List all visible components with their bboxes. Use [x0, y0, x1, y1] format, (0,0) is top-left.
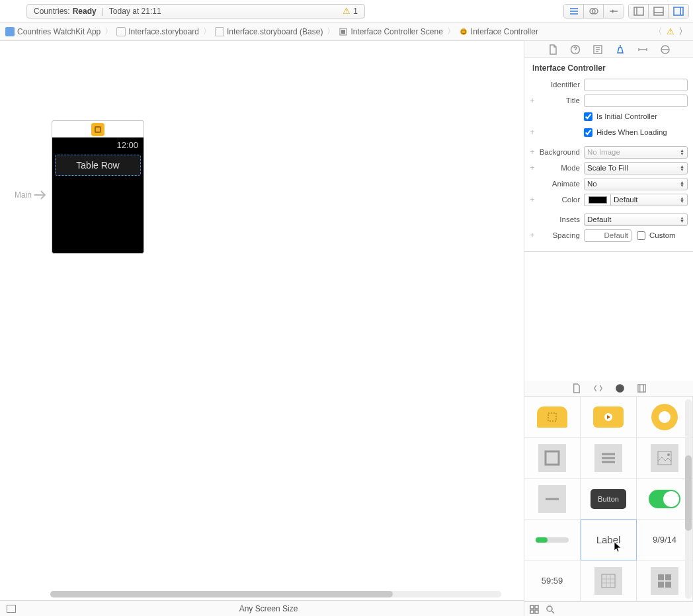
warning-icon[interactable]: ⚠ — [667, 26, 674, 36]
file-templates-tab[interactable] — [571, 383, 581, 393]
right-panel: Interface Controller Identifier + Title … — [524, 41, 693, 616]
title-input[interactable] — [584, 95, 688, 107]
library-item-separator[interactable] — [524, 479, 581, 520]
breadcrumb-item[interactable]: Interface Controller Scene — [336, 27, 445, 36]
connections-inspector-tab[interactable] — [660, 44, 671, 55]
svg-point-28 — [547, 606, 552, 611]
nav-back-button[interactable]: 〈 — [653, 26, 663, 38]
is-initial-checkbox[interactable] — [584, 112, 592, 121]
controller-dock-icon — [91, 123, 104, 136]
library-item-slider[interactable] — [524, 520, 581, 560]
library-item-map[interactable] — [581, 560, 637, 601]
svg-rect-16 — [546, 451, 559, 465]
mode-select[interactable]: Scale To Fill▲▼ — [584, 162, 688, 174]
is-initial-label: Is Initial Controller — [596, 112, 657, 120]
svg-rect-6 — [341, 30, 345, 34]
add-attr-button[interactable]: + — [528, 96, 536, 105]
assistant-editor-button[interactable] — [584, 5, 604, 18]
editor-mode-group — [563, 4, 624, 19]
svg-point-18 — [667, 453, 670, 456]
list-view-button[interactable] — [546, 605, 555, 614]
svg-rect-25 — [535, 605, 538, 609]
breadcrumb-bar: Countries WatchKit App 〉 Interface.story… — [0, 22, 693, 41]
inspector-header: Interface Controller — [530, 62, 688, 77]
library-item-group[interactable] — [524, 397, 581, 438]
library-v-scrollbar[interactable] — [685, 399, 692, 599]
attributes-inspector-tab[interactable] — [615, 44, 626, 55]
entry-point-arrow[interactable]: Main — [15, 185, 52, 205]
add-attr-button[interactable]: + — [528, 128, 536, 137]
breadcrumb-item[interactable]: Interface.storyboard (Base) — [212, 27, 325, 36]
top-toolbar: Countries: Ready | Today at 21:11 ⚠ 1 — [0, 0, 693, 22]
breadcrumb-item[interactable]: Interface Controller — [456, 27, 541, 36]
library-item-picker[interactable] — [581, 438, 637, 479]
color-label: Color — [530, 196, 584, 204]
standard-editor-button[interactable] — [564, 5, 584, 18]
add-attr-button[interactable]: + — [528, 147, 536, 157]
svg-rect-4 — [674, 7, 683, 15]
toggle-right-panel-button[interactable] — [669, 5, 688, 18]
status-state: Ready — [73, 7, 97, 16]
canvas-area[interactable]: Main 12:00 Table Row Any Screen Size — [0, 41, 524, 616]
hides-checkbox[interactable] — [584, 128, 592, 137]
watch-scene[interactable]: 12:00 Table Row — [52, 120, 144, 254]
watch-face[interactable]: 12:00 Table Row — [52, 137, 144, 254]
svg-rect-23 — [665, 582, 671, 588]
spacing-input[interactable] — [584, 229, 632, 242]
status-project: Countries: — [34, 7, 70, 16]
title-label: Title — [530, 96, 584, 104]
add-attr-button[interactable]: + — [528, 231, 536, 240]
warning-icon[interactable]: ⚠ — [343, 6, 350, 16]
nav-forward-button[interactable]: 〉 — [678, 26, 688, 38]
animate-label: Animate — [530, 180, 584, 188]
svg-rect-3 — [654, 7, 663, 15]
code-snippets-tab[interactable] — [593, 383, 603, 393]
svg-rect-19 — [602, 574, 615, 588]
controller-icon — [459, 27, 468, 36]
file-inspector-tab[interactable] — [548, 44, 558, 55]
help-inspector-tab[interactable] — [570, 44, 581, 55]
identifier-input[interactable] — [584, 79, 688, 91]
size-inspector-tab[interactable] — [637, 44, 648, 55]
breadcrumb-item[interactable]: Countries WatchKit App — [3, 27, 103, 36]
library-item-button[interactable]: Button — [581, 479, 637, 520]
svg-point-12 — [616, 385, 623, 392]
color-swatch[interactable] — [584, 194, 610, 206]
object-library-tab[interactable] — [615, 383, 625, 393]
table-row[interactable]: Table Row — [55, 155, 141, 176]
identity-inspector-tab[interactable] — [592, 44, 603, 55]
breadcrumb-item[interactable]: Interface.storyboard — [114, 27, 202, 36]
app-icon — [5, 27, 15, 36]
outline-toggle-button[interactable] — [7, 605, 16, 613]
library-grid: Button Label 9/9/14 59:59 — [524, 397, 693, 601]
size-class-button[interactable]: Any Screen Size — [20, 604, 517, 613]
toggle-left-panel-button[interactable] — [629, 5, 649, 18]
library-item-movie[interactable] — [581, 397, 637, 438]
animate-select[interactable]: No▲▼ — [584, 178, 688, 190]
toggle-bottom-panel-button[interactable] — [649, 5, 669, 18]
storyboard-icon — [116, 27, 126, 36]
storyboard-icon — [215, 27, 224, 36]
object-library: Button Label 9/9/14 59:59 — [524, 381, 693, 616]
svg-rect-20 — [658, 574, 664, 580]
insets-select[interactable]: Default▲▼ — [584, 213, 688, 226]
svg-rect-17 — [658, 451, 671, 465]
add-attr-button[interactable]: + — [528, 163, 536, 173]
background-select[interactable]: No Image▲▼ — [584, 146, 688, 159]
library-item-label[interactable]: Label — [581, 520, 637, 560]
library-item-table[interactable] — [524, 438, 581, 479]
media-library-tab[interactable] — [637, 383, 647, 393]
scene-icon — [339, 27, 348, 36]
version-editor-button[interactable] — [604, 5, 624, 18]
canvas-h-scrollbar[interactable] — [50, 591, 501, 597]
svg-rect-21 — [665, 574, 671, 580]
library-item-timer[interactable]: 59:59 — [524, 560, 581, 601]
hides-label: Hides When Loading — [596, 128, 667, 136]
add-attr-button[interactable]: + — [528, 195, 536, 204]
inspector-body: Interface Controller Identifier + Title … — [524, 58, 693, 252]
scene-title-bar[interactable] — [52, 120, 144, 137]
svg-rect-26 — [530, 610, 534, 613]
color-select[interactable]: Default▲▼ — [610, 194, 688, 206]
custom-spacing-checkbox[interactable] — [637, 231, 645, 240]
grid-view-button[interactable] — [530, 605, 539, 614]
